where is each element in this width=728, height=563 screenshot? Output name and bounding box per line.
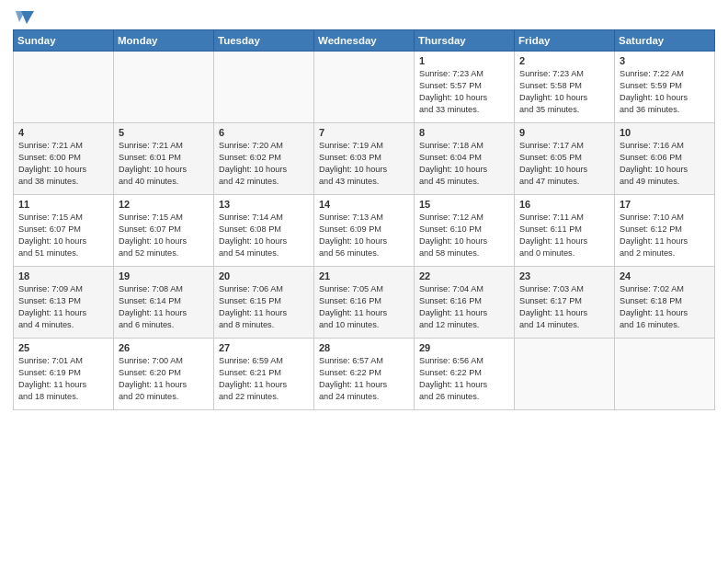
calendar-cell: 2Sunrise: 7:23 AM Sunset: 5:58 PM Daylig…	[515, 52, 615, 123]
calendar-cell: 1Sunrise: 7:23 AM Sunset: 5:57 PM Daylig…	[415, 52, 515, 123]
day-number: 15	[419, 199, 509, 210]
logo	[13, 9, 35, 22]
day-info: Sunrise: 7:21 AM Sunset: 6:01 PM Dayligh…	[119, 140, 209, 188]
calendar-table: SundayMondayTuesdayWednesdayThursdayFrid…	[13, 29, 715, 410]
calendar-container: SundayMondayTuesdayWednesdayThursdayFrid…	[0, 0, 728, 416]
day-number: 5	[119, 127, 209, 138]
weekday-header-monday: Monday	[114, 30, 214, 52]
calendar-cell: 29Sunrise: 6:56 AM Sunset: 6:22 PM Dayli…	[415, 339, 515, 410]
day-info: Sunrise: 7:09 AM Sunset: 6:13 PM Dayligh…	[18, 283, 108, 331]
day-number: 25	[18, 342, 108, 353]
calendar-cell: 16Sunrise: 7:11 AM Sunset: 6:11 PM Dayli…	[515, 195, 615, 267]
day-info: Sunrise: 7:15 AM Sunset: 6:07 PM Dayligh…	[119, 212, 209, 259]
day-number: 24	[620, 270, 710, 282]
day-number: 8	[419, 127, 509, 138]
day-number: 18	[18, 270, 108, 282]
day-number: 16	[519, 199, 609, 210]
day-info: Sunrise: 7:14 AM Sunset: 6:08 PM Dayligh…	[219, 212, 309, 259]
day-number: 9	[519, 127, 609, 138]
calendar-cell: 22Sunrise: 7:04 AM Sunset: 6:16 PM Dayli…	[415, 267, 515, 339]
day-info: Sunrise: 7:21 AM Sunset: 6:00 PM Dayligh…	[18, 140, 108, 188]
day-number: 17	[620, 199, 710, 210]
day-info: Sunrise: 7:10 AM Sunset: 6:12 PM Dayligh…	[620, 212, 710, 259]
header	[13, 9, 715, 22]
calendar-cell: 26Sunrise: 7:00 AM Sunset: 6:20 PM Dayli…	[114, 339, 214, 410]
day-info: Sunrise: 6:56 AM Sunset: 6:22 PM Dayligh…	[419, 355, 509, 403]
day-number: 13	[219, 199, 309, 210]
day-number: 26	[119, 342, 209, 353]
week-row-0: 1Sunrise: 7:23 AM Sunset: 5:57 PM Daylig…	[14, 52, 715, 123]
calendar-cell: 14Sunrise: 7:13 AM Sunset: 6:09 PM Dayli…	[314, 195, 415, 267]
day-info: Sunrise: 7:17 AM Sunset: 6:05 PM Dayligh…	[519, 140, 609, 188]
day-info: Sunrise: 7:23 AM Sunset: 5:57 PM Dayligh…	[419, 68, 509, 116]
calendar-cell: 15Sunrise: 7:12 AM Sunset: 6:10 PM Dayli…	[415, 195, 515, 267]
weekday-header-row: SundayMondayTuesdayWednesdayThursdayFrid…	[14, 30, 715, 52]
calendar-cell: 27Sunrise: 6:59 AM Sunset: 6:21 PM Dayli…	[214, 339, 314, 410]
day-info: Sunrise: 7:20 AM Sunset: 6:02 PM Dayligh…	[219, 140, 309, 188]
day-info: Sunrise: 7:23 AM Sunset: 5:58 PM Dayligh…	[519, 68, 609, 116]
week-row-2: 11Sunrise: 7:15 AM Sunset: 6:07 PM Dayli…	[14, 195, 715, 267]
calendar-cell	[615, 339, 715, 410]
weekday-header-saturday: Saturday	[615, 30, 715, 52]
calendar-cell: 10Sunrise: 7:16 AM Sunset: 6:06 PM Dayli…	[615, 123, 715, 195]
calendar-cell: 3Sunrise: 7:22 AM Sunset: 5:59 PM Daylig…	[615, 52, 715, 123]
day-number: 14	[319, 199, 409, 210]
day-number: 23	[519, 270, 609, 282]
calendar-cell: 11Sunrise: 7:15 AM Sunset: 6:07 PM Dayli…	[14, 195, 114, 267]
weekday-header-friday: Friday	[515, 30, 615, 52]
day-number: 1	[419, 55, 509, 66]
calendar-cell: 18Sunrise: 7:09 AM Sunset: 6:13 PM Dayli…	[14, 267, 114, 339]
calendar-cell	[114, 52, 214, 123]
logo-icon	[14, 9, 34, 26]
day-info: Sunrise: 7:06 AM Sunset: 6:15 PM Dayligh…	[219, 283, 309, 331]
day-info: Sunrise: 7:12 AM Sunset: 6:10 PM Dayligh…	[419, 212, 509, 259]
calendar-cell: 21Sunrise: 7:05 AM Sunset: 6:16 PM Dayli…	[314, 267, 415, 339]
day-info: Sunrise: 7:08 AM Sunset: 6:14 PM Dayligh…	[119, 283, 209, 331]
weekday-header-thursday: Thursday	[415, 30, 515, 52]
day-info: Sunrise: 6:59 AM Sunset: 6:21 PM Dayligh…	[219, 355, 309, 403]
weekday-header-tuesday: Tuesday	[214, 30, 314, 52]
calendar-cell: 24Sunrise: 7:02 AM Sunset: 6:18 PM Dayli…	[615, 267, 715, 339]
day-number: 4	[18, 127, 108, 138]
day-info: Sunrise: 7:18 AM Sunset: 6:04 PM Dayligh…	[419, 140, 509, 188]
day-info: Sunrise: 6:57 AM Sunset: 6:22 PM Dayligh…	[319, 355, 409, 403]
day-number: 29	[419, 342, 509, 353]
day-info: Sunrise: 7:05 AM Sunset: 6:16 PM Dayligh…	[319, 283, 409, 331]
day-info: Sunrise: 7:04 AM Sunset: 6:16 PM Dayligh…	[419, 283, 509, 331]
day-info: Sunrise: 7:02 AM Sunset: 6:18 PM Dayligh…	[620, 283, 710, 331]
svg-marker-1	[16, 11, 25, 22]
day-info: Sunrise: 7:01 AM Sunset: 6:19 PM Dayligh…	[18, 355, 108, 403]
day-info: Sunrise: 7:16 AM Sunset: 6:06 PM Dayligh…	[620, 140, 710, 188]
calendar-cell	[314, 52, 415, 123]
weekday-header-wednesday: Wednesday	[314, 30, 415, 52]
calendar-cell	[214, 52, 314, 123]
day-number: 3	[620, 55, 710, 66]
calendar-cell: 6Sunrise: 7:20 AM Sunset: 6:02 PM Daylig…	[214, 123, 314, 195]
calendar-cell: 20Sunrise: 7:06 AM Sunset: 6:15 PM Dayli…	[214, 267, 314, 339]
day-info: Sunrise: 7:03 AM Sunset: 6:17 PM Dayligh…	[519, 283, 609, 331]
calendar-cell: 12Sunrise: 7:15 AM Sunset: 6:07 PM Dayli…	[114, 195, 214, 267]
day-info: Sunrise: 7:00 AM Sunset: 6:20 PM Dayligh…	[119, 355, 209, 403]
day-info: Sunrise: 7:13 AM Sunset: 6:09 PM Dayligh…	[319, 212, 409, 259]
day-number: 2	[519, 55, 609, 66]
calendar-cell: 4Sunrise: 7:21 AM Sunset: 6:00 PM Daylig…	[14, 123, 114, 195]
day-number: 27	[219, 342, 309, 353]
week-row-3: 18Sunrise: 7:09 AM Sunset: 6:13 PM Dayli…	[14, 267, 715, 339]
calendar-cell: 5Sunrise: 7:21 AM Sunset: 6:01 PM Daylig…	[114, 123, 214, 195]
day-info: Sunrise: 7:15 AM Sunset: 6:07 PM Dayligh…	[18, 212, 108, 259]
calendar-cell: 17Sunrise: 7:10 AM Sunset: 6:12 PM Dayli…	[615, 195, 715, 267]
calendar-cell: 7Sunrise: 7:19 AM Sunset: 6:03 PM Daylig…	[314, 123, 415, 195]
day-number: 11	[18, 199, 108, 210]
weekday-header-sunday: Sunday	[14, 30, 114, 52]
calendar-cell: 13Sunrise: 7:14 AM Sunset: 6:08 PM Dayli…	[214, 195, 314, 267]
day-info: Sunrise: 7:11 AM Sunset: 6:11 PM Dayligh…	[519, 212, 609, 259]
day-number: 28	[319, 342, 409, 353]
week-row-4: 25Sunrise: 7:01 AM Sunset: 6:19 PM Dayli…	[14, 339, 715, 410]
calendar-cell: 8Sunrise: 7:18 AM Sunset: 6:04 PM Daylig…	[415, 123, 515, 195]
calendar-cell: 28Sunrise: 6:57 AM Sunset: 6:22 PM Dayli…	[314, 339, 415, 410]
day-number: 12	[119, 199, 209, 210]
calendar-cell: 19Sunrise: 7:08 AM Sunset: 6:14 PM Dayli…	[114, 267, 214, 339]
calendar-cell: 23Sunrise: 7:03 AM Sunset: 6:17 PM Dayli…	[515, 267, 615, 339]
day-number: 21	[319, 270, 409, 282]
day-info: Sunrise: 7:19 AM Sunset: 6:03 PM Dayligh…	[319, 140, 409, 188]
